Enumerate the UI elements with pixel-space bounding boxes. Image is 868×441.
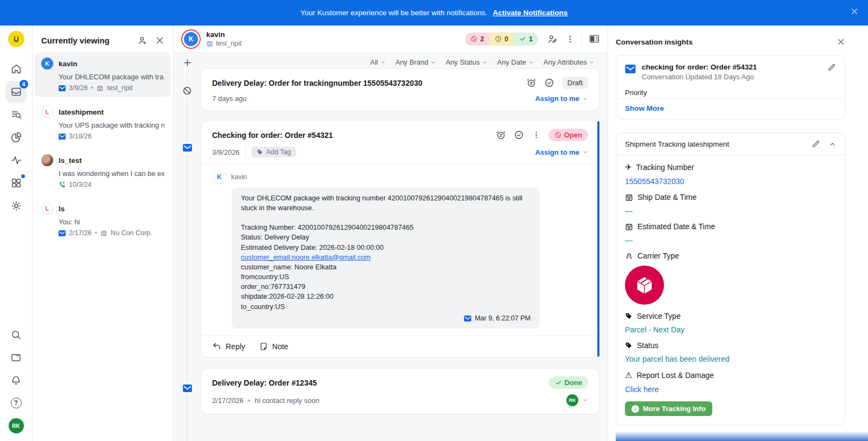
nav-inbox-icon[interactable]: 4: [5, 81, 27, 103]
service-type-value[interactable]: Parcel - Next Day: [625, 325, 836, 334]
contact-name: kavin: [59, 60, 78, 68]
conversation-date: 2/17/2026: [212, 396, 244, 405]
status-label: Status: [637, 341, 659, 350]
avatar: L: [41, 203, 53, 215]
conversation-title: Delivery Delay: Order #12345: [212, 379, 549, 387]
assignee-avatar: RK: [566, 394, 578, 406]
nav-search-list-icon[interactable]: [5, 104, 27, 125]
open-status-pill[interactable]: Open: [548, 129, 588, 141]
done-status-pill[interactable]: Done: [549, 376, 589, 389]
done-status-icon: [519, 35, 526, 42]
contact-name: ls: [59, 205, 65, 213]
ship-date-value: —: [625, 206, 836, 215]
filter-date[interactable]: Any Date: [497, 58, 533, 66]
new-conversation-button[interactable]: [181, 56, 194, 69]
service-type-label: Service Type: [637, 312, 681, 320]
add-person-icon[interactable]: [137, 35, 148, 46]
nav-pulse-icon[interactable]: [5, 149, 27, 171]
nav-notifications-bell-icon[interactable]: [5, 369, 27, 391]
snooze-icon[interactable]: [496, 130, 506, 140]
inbox-unread-badge: 4: [20, 80, 28, 89]
close-viewing-panel-icon[interactable]: [155, 36, 164, 45]
nav-search-icon[interactable]: [5, 324, 27, 345]
sender-avatar: K: [212, 170, 226, 184]
shipment-tracking-card: Shipment Tracking lateshipment ✈ Trackin…: [616, 133, 845, 425]
ship-date-label: Ship Date & Time: [637, 193, 697, 201]
currently-viewing-panel: Currently viewing K kavin Your DHLECOM p…: [33, 26, 174, 441]
conversation-list-item[interactable]: L ls You: hi 2/17/26 • Nu Con Corp.: [35, 197, 171, 242]
tracking-number-link[interactable]: 15505543732030: [625, 177, 836, 186]
conversation-card-done[interactable]: Delivery Delay: Order #12345 Done 2/17/2…: [201, 368, 599, 414]
add-tag-button[interactable]: Add Tag: [251, 147, 297, 158]
draft-status-label: Draft: [562, 77, 588, 89]
nav-window-icon[interactable]: [5, 346, 27, 368]
filter-status[interactable]: Any Status: [445, 58, 487, 66]
calendar-icon: [625, 193, 633, 201]
more-options-kebab-icon[interactable]: [565, 34, 575, 44]
activate-notifications-link[interactable]: Activate Notifications: [493, 9, 567, 17]
sender-name: kavin: [231, 173, 247, 181]
user-avatar[interactable]: RK: [9, 418, 24, 433]
open-status-icon: [554, 131, 561, 138]
customer-email-link[interactable]: customer_email:noore.elkatta@gmail.com: [241, 253, 531, 262]
conversation-list-item[interactable]: ls_test I was wondering when I can be ex…: [35, 149, 171, 194]
status-count-pills: 2 0 1: [465, 33, 538, 46]
banner-close-icon[interactable]: [851, 8, 858, 15]
conversation-preview: Your DHLECOM package with tra...: [59, 73, 164, 81]
reply-button[interactable]: Reply: [212, 342, 245, 351]
filter-attributes[interactable]: Any Attributes: [544, 58, 595, 66]
edit-pencil-icon[interactable]: [812, 140, 820, 148]
info-icon: i: [631, 405, 639, 413]
banner-text: Your Kustomer experience will be better …: [301, 9, 488, 17]
assign-to-me-button[interactable]: Assign to me: [535, 148, 588, 156]
filter-all[interactable]: All: [370, 58, 385, 66]
conversation-list-item[interactable]: K kavin Your DHLECOM package with tra...…: [35, 52, 171, 97]
assign-user-icon[interactable]: [547, 34, 558, 45]
message-timestamp: Mar 9, 6:22:07 PM: [475, 314, 531, 324]
store-icon: [100, 230, 107, 237]
nav-help-icon[interactable]: ?: [5, 392, 27, 414]
more-options-kebab-icon[interactable]: [532, 130, 541, 140]
collapse-chevron-up-icon[interactable]: [829, 141, 836, 148]
conversation-title: Checking for order: Order #54321: [212, 131, 496, 140]
nav-settings-icon[interactable]: [5, 195, 27, 217]
conversation-date: 2/17/26: [69, 229, 92, 237]
carrier-logo-icon: [625, 266, 664, 305]
contact-name: ls_test: [59, 156, 82, 165]
conversation-card-draft[interactable]: Delivery Delay: Order for trackingnumber…: [201, 68, 599, 111]
nav-home-icon[interactable]: [5, 58, 27, 80]
conversation-timeline: [174, 53, 201, 441]
more-tracking-info-button[interactable]: i More Tracking Info: [625, 401, 712, 416]
conversation-preview: You: hi: [59, 218, 164, 226]
show-more-link[interactable]: Show More: [616, 98, 845, 119]
report-click-here-link[interactable]: Click here: [625, 385, 836, 394]
nav-apps-icon[interactable]: [5, 172, 27, 194]
conversation-header: K kavin test_ripit 2 0: [174, 26, 608, 53]
open-count-pill[interactable]: 2: [465, 33, 489, 46]
note-button[interactable]: Note: [259, 342, 289, 351]
mark-done-icon[interactable]: [514, 130, 524, 140]
conversation-date: 3/9/2026: [212, 148, 240, 156]
nav-reports-icon[interactable]: [5, 127, 27, 148]
customer-org: test_ripit: [216, 40, 241, 47]
message-details: Tracking Number: 42001007926129040021980…: [241, 223, 531, 252]
done-count-pill[interactable]: 1: [514, 33, 538, 46]
avatar-photo: [41, 154, 53, 166]
snooze-icon[interactable]: [526, 78, 537, 88]
assign-to-me-button[interactable]: Assign to me: [535, 94, 588, 103]
open-status-icon: [470, 35, 477, 42]
edit-pencil-icon[interactable]: [827, 63, 836, 72]
conversation-date: 3/9/26: [69, 84, 88, 92]
toggle-side-panel-icon[interactable]: [589, 33, 600, 45]
conversation-list-item[interactable]: L lateshipment Your UPS package with tra…: [35, 100, 171, 146]
carrier-type-label: Carrier Type: [637, 251, 679, 260]
snoozed-count-pill[interactable]: 0: [489, 33, 514, 46]
mark-done-icon[interactable]: [544, 78, 554, 88]
assignee-chevron-icon[interactable]: [583, 398, 588, 403]
message-bubble: Your DHLECOM package with tracking numbe…: [232, 187, 540, 329]
close-insights-icon[interactable]: [837, 37, 845, 46]
insight-conversation-title: checking for order: Order #54321: [642, 63, 827, 71]
insights-title: Conversation insights: [616, 38, 837, 46]
filter-brand[interactable]: Any Brand: [395, 58, 436, 66]
status-value[interactable]: Your parcel has been delivered: [625, 355, 836, 363]
